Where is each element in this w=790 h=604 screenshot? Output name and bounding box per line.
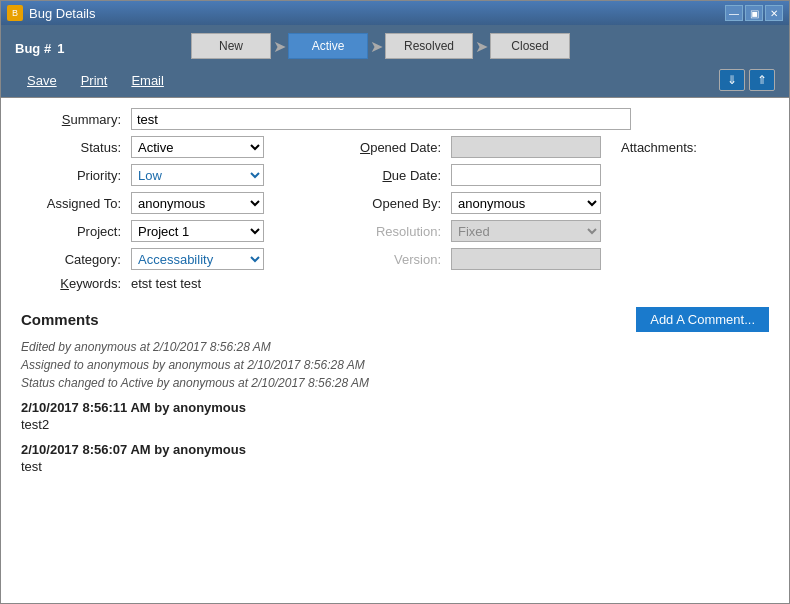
assigned-to-select[interactable]: anonymous <box>131 192 264 214</box>
comments-title: Comments <box>21 311 99 328</box>
category-label: Category: <box>21 252 131 267</box>
download-icon[interactable]: ⇓ <box>719 69 745 91</box>
opened-date-input[interactable] <box>451 136 601 158</box>
comment-entry-0: 2/10/2017 8:56:11 AM by anonymous test2 <box>21 400 769 432</box>
due-date-input[interactable] <box>451 164 601 186</box>
category-select[interactable]: Accessability <box>131 248 264 270</box>
status-select[interactable]: Active New Resolved Closed <box>131 136 264 158</box>
resolution-select[interactable]: Fixed <box>451 220 601 242</box>
comments-header: Comments Add A Comment... <box>21 307 769 332</box>
form-columns: Status: Active New Resolved Closed Prior… <box>21 136 769 297</box>
version-input[interactable] <box>451 248 601 270</box>
workflow-step-active[interactable]: Active <box>288 33 368 59</box>
project-row: Project: Project 1 <box>21 220 341 242</box>
by-label: by <box>154 400 173 415</box>
minimize-button[interactable]: — <box>725 5 743 21</box>
opened-by-row: Opened By: anonymous <box>341 192 769 214</box>
attachments-label: Attachments: <box>621 140 697 155</box>
assigned-to-row: Assigned To: anonymous <box>21 192 341 214</box>
bug-details-window: B Bug Details — ▣ ✕ Bug # 1 New ➤ Active… <box>0 0 790 604</box>
summary-input[interactable] <box>131 108 631 130</box>
keywords-label: Keywords: <box>21 276 131 291</box>
priority-row: Priority: Low Medium High Critical <box>21 164 341 186</box>
comment-log-0: Edited by anonymous at 2/10/2017 8:56:28… <box>21 340 769 354</box>
comment-meta-1: 2/10/2017 8:56:07 AM by anonymous <box>21 442 769 457</box>
comments-section: Comments Add A Comment... Edited by anon… <box>21 307 769 474</box>
app-icon: B <box>7 5 23 21</box>
summary-label: Summary: <box>21 112 131 127</box>
opened-date-label: Opened Date: <box>341 140 451 155</box>
priority-select[interactable]: Low Medium High Critical <box>131 164 264 186</box>
restore-button[interactable]: ▣ <box>745 5 763 21</box>
arrow-icon: ➤ <box>370 37 383 56</box>
workflow-step-new[interactable]: New <box>191 33 271 59</box>
resolution-label: Resolution: <box>341 224 451 239</box>
due-date-row: Due Date: <box>341 164 769 186</box>
category-row: Category: Accessability <box>21 248 341 270</box>
bug-title: Bug # 1 <box>15 33 175 59</box>
close-button[interactable]: ✕ <box>765 5 783 21</box>
title-bar: B Bug Details — ▣ ✕ <box>1 1 789 25</box>
keywords-value: etst test test <box>131 276 201 291</box>
workflow-step-closed[interactable]: Closed <box>490 33 570 59</box>
header: Bug # 1 New ➤ Active ➤ Resolved ➤ Closed <box>1 25 789 67</box>
email-button[interactable]: Email <box>119 70 176 91</box>
workflow: New ➤ Active ➤ Resolved ➤ Closed <box>191 33 570 59</box>
opened-by-label: Opened By: <box>341 196 451 211</box>
project-label: Project: <box>21 224 131 239</box>
due-date-label: Due Date: <box>341 168 451 183</box>
version-row: Version: <box>341 248 769 270</box>
print-button[interactable]: Print <box>69 70 120 91</box>
keywords-row: Keywords: etst test test <box>21 276 341 291</box>
priority-label: Priority: <box>21 168 131 183</box>
summary-row: Summary: <box>21 108 769 130</box>
workflow-step-resolved[interactable]: Resolved <box>385 33 473 59</box>
resolution-row: Resolution: Fixed <box>341 220 769 242</box>
project-select[interactable]: Project 1 <box>131 220 264 242</box>
opened-date-row: Opened Date: Attachments: <box>341 136 769 158</box>
status-label: Status: <box>21 140 131 155</box>
arrow-icon: ➤ <box>475 37 488 56</box>
comment-meta-0: 2/10/2017 8:56:11 AM by anonymous <box>21 400 769 415</box>
window-title: Bug Details <box>29 6 95 21</box>
window-controls: — ▣ ✕ <box>725 5 783 21</box>
upload-icon[interactable]: ⇑ <box>749 69 775 91</box>
save-button[interactable]: Save <box>15 70 69 91</box>
comment-text-0: test2 <box>21 417 769 432</box>
right-column: Opened Date: Attachments: Due Date: Open… <box>341 136 769 297</box>
comment-text-1: test <box>21 459 769 474</box>
comment-log-1: Assigned to anonymous by anonymous at 2/… <box>21 358 769 372</box>
comment-entry-1: 2/10/2017 8:56:07 AM by anonymous test <box>21 442 769 474</box>
left-column: Status: Active New Resolved Closed Prior… <box>21 136 341 297</box>
content-area: Summary: Status: Active New Resolved Clo… <box>1 98 789 603</box>
assigned-to-label: Assigned To: <box>21 196 131 211</box>
comment-log-2: Status changed to Active by anonymous at… <box>21 376 769 390</box>
add-comment-button[interactable]: Add A Comment... <box>636 307 769 332</box>
opened-by-select[interactable]: anonymous <box>451 192 601 214</box>
status-row: Status: Active New Resolved Closed <box>21 136 341 158</box>
by-label: by <box>154 442 173 457</box>
summary-underline: Summary: <box>62 112 121 127</box>
version-label: Version: <box>341 252 451 267</box>
toolbar: Save Print Email ⇓ ⇑ <box>1 67 789 98</box>
arrow-icon: ➤ <box>273 37 286 56</box>
